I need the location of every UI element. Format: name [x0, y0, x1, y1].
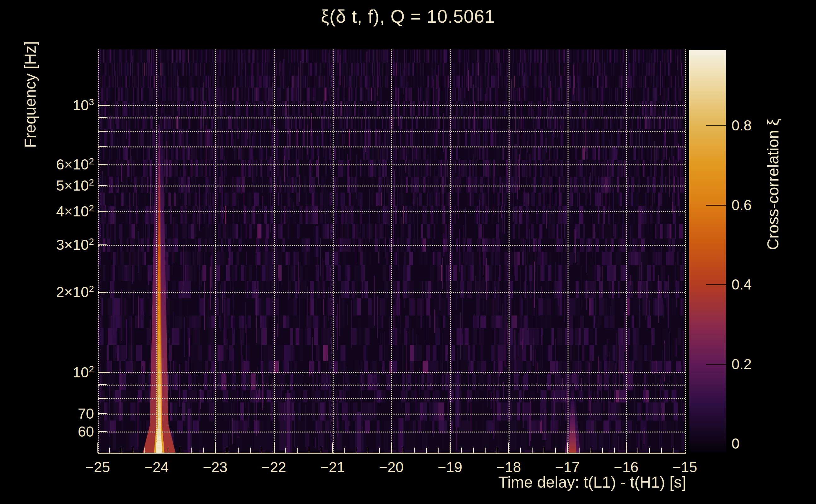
colorbar-tick-label: 0.8: [732, 117, 752, 134]
x-major-tick: [391, 443, 392, 453]
colorbar-tick: [706, 125, 726, 126]
x-minor-tick: [438, 448, 439, 453]
x-minor-tick: [297, 448, 298, 453]
x-minor-tick: [661, 448, 662, 453]
y-gridline: [98, 385, 685, 386]
colorbar-label: Cross-correlation ξ: [764, 119, 782, 250]
figure: ξ(δ t, f), Q = 10.5061 −25−24−23−22−21−2…: [0, 0, 816, 504]
y-gridline: [98, 211, 685, 212]
y-minor-tick: [98, 398, 106, 399]
x-minor-tick: [461, 448, 462, 453]
x-minor-tick: [543, 448, 544, 453]
y-major-tick: [98, 372, 110, 373]
x-tick-label: −23: [203, 459, 227, 476]
x-gridline: [567, 49, 568, 453]
y-tick-label: 60: [18, 423, 94, 440]
colorbar-tick-label: 0.6: [732, 197, 752, 214]
x-gridline: [508, 49, 509, 453]
y-minor-tick: [98, 292, 106, 293]
y-minor-tick: [98, 131, 106, 132]
y-gridline: [98, 398, 685, 399]
colorbar-tick: [706, 205, 726, 206]
y-tick-label: 4×102: [18, 203, 94, 220]
x-minor-tick: [497, 448, 497, 453]
x-minor-tick: [344, 448, 345, 453]
x-gridline: [98, 49, 99, 453]
x-minor-tick: [520, 448, 521, 453]
y-gridline: [98, 146, 685, 147]
x-minor-tick: [579, 448, 579, 453]
x-minor-tick: [133, 448, 133, 453]
x-major-tick: [450, 443, 451, 453]
y-gridline: [98, 245, 685, 246]
y-gridline: [98, 186, 685, 186]
x-major-tick: [215, 443, 216, 453]
y-minor-tick: [98, 117, 106, 118]
y-tick-label: 102: [18, 364, 94, 381]
y-minor-tick: [98, 244, 106, 245]
x-axis-label: Time delay: t(L1) - t(H1) [s]: [298, 473, 686, 491]
x-minor-tick: [555, 448, 556, 453]
x-minor-tick: [227, 448, 227, 453]
x-minor-tick: [239, 448, 239, 453]
colorbar-tick: [706, 364, 726, 365]
y-gridline: [98, 105, 685, 106]
x-minor-tick: [250, 448, 251, 453]
x-minor-tick: [426, 448, 427, 453]
colorbar: [689, 50, 726, 453]
x-minor-tick: [590, 448, 591, 453]
x-major-tick: [508, 443, 509, 453]
y-minor-tick: [98, 384, 106, 385]
colorbar-tick-label: 0: [732, 435, 740, 452]
x-minor-tick: [109, 448, 110, 453]
x-major-tick: [567, 443, 568, 453]
x-minor-tick: [321, 448, 321, 453]
x-gridline: [333, 49, 334, 453]
x-minor-tick: [414, 448, 415, 453]
colorbar-tick: [706, 284, 726, 285]
y-minor-tick: [98, 431, 106, 432]
x-minor-tick: [485, 448, 486, 453]
y-minor-tick: [98, 146, 106, 147]
x-major-tick: [332, 443, 333, 453]
x-minor-tick: [309, 448, 309, 453]
x-minor-tick: [191, 448, 192, 453]
x-major-tick: [274, 443, 275, 453]
y-gridline: [98, 372, 685, 373]
x-minor-tick: [614, 448, 615, 453]
colorbar-tick-label: 0.2: [732, 356, 752, 373]
x-minor-tick: [203, 448, 204, 453]
x-tick-label: −24: [144, 459, 169, 476]
x-minor-tick: [379, 448, 380, 453]
y-gridline: [98, 131, 685, 132]
x-gridline: [626, 49, 627, 453]
x-axis-line: [98, 453, 686, 454]
y-gridline: [98, 164, 685, 165]
y-minor-tick: [98, 164, 106, 165]
x-minor-tick: [368, 448, 368, 453]
y-gridline: [98, 414, 685, 415]
x-minor-tick: [285, 448, 286, 453]
y-major-tick: [98, 105, 110, 106]
x-major-tick: [626, 443, 627, 453]
x-minor-tick: [262, 448, 262, 453]
y-tick-label: 70: [18, 405, 94, 422]
x-minor-tick: [473, 448, 474, 453]
y-minor-tick: [98, 211, 106, 212]
x-minor-tick: [356, 448, 356, 453]
y-gridline: [98, 117, 685, 118]
colorbar-tick-label: 0.4: [732, 276, 752, 293]
x-minor-tick: [673, 448, 674, 453]
y-gridline: [98, 432, 685, 432]
y-tick-label: 6×102: [18, 156, 94, 173]
y-gridline: [98, 292, 685, 293]
y-minor-tick: [98, 413, 106, 414]
y-tick-label: 3×102: [18, 236, 94, 253]
x-minor-tick: [602, 448, 603, 453]
x-major-tick: [156, 443, 157, 453]
x-gridline: [274, 49, 275, 453]
x-gridline: [391, 49, 392, 453]
x-tick-label: −25: [85, 459, 110, 476]
plot-title: ξ(δ t, f), Q = 10.5061: [0, 6, 816, 27]
x-minor-tick: [180, 448, 180, 453]
